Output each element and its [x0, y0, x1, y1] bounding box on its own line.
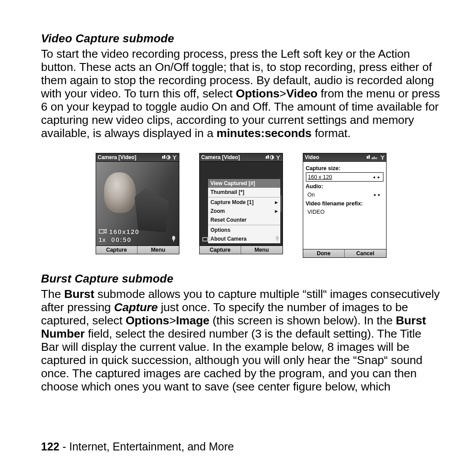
svg-text:abc: abc — [372, 156, 378, 160]
svg-rect-17 — [382, 157, 383, 160]
svg-rect-0 — [162, 156, 164, 159]
label-prefix: Video filename prefix: — [306, 201, 383, 207]
para-burst-capture: The Burst submode allows you to capture … — [41, 287, 441, 393]
menu-options[interactable]: Options — [208, 226, 280, 234]
spinner-arrows-icon: ◂ ▸ — [373, 192, 382, 197]
fig-video-settings: Video abc Capture size: 160 x 120 ◂ ▸ Au… — [303, 153, 387, 258]
title-bar: Camera [Video] — [98, 154, 137, 160]
svg-rect-8 — [268, 155, 269, 159]
title-bar: Video — [305, 154, 319, 160]
fig-video-menu: Camera [Video] View Captured [#] Thumbna… — [199, 153, 283, 258]
popup-menu: View Captured [#] Thumbnail [*] Capture … — [208, 178, 281, 244]
label-capture-size: Capture size: — [306, 165, 383, 171]
fig-video-viewfinder: Camera [Video] — [96, 153, 179, 258]
svg-rect-14 — [367, 156, 368, 159]
softkey-menu[interactable]: Menu — [138, 246, 179, 254]
svg-point-5 — [172, 236, 175, 240]
page-number: 122 — [41, 440, 60, 453]
para-video-capture: To start the video recording process, pr… — [41, 47, 441, 140]
menu-view-captured[interactable]: View Captured [#] — [208, 179, 280, 188]
svg-rect-10 — [278, 157, 279, 160]
footer-section: - Internet, Entertainment, and More — [60, 440, 234, 453]
svg-rect-6 — [173, 240, 174, 242]
menu-zoom[interactable]: Zoom ▸ — [208, 207, 280, 216]
camera-mode-icon — [202, 236, 210, 243]
resolution-osd: 160x120 — [109, 228, 176, 235]
figures-row: Camera [Video] — [41, 153, 441, 258]
label-audio: Audio: — [306, 183, 383, 190]
field-audio[interactable]: On ◂ ▸ — [306, 190, 383, 199]
heading-burst-capture: Burst Capture submode — [41, 272, 441, 286]
menu-capture-mode[interactable]: Capture Mode [1] ▸ — [208, 198, 280, 207]
status-icons — [162, 154, 177, 160]
status-icons: abc — [367, 154, 384, 160]
softkey-capture[interactable]: Capture — [96, 246, 138, 254]
svg-rect-3 — [174, 157, 175, 160]
heading-video-capture: Video Capture submode — [41, 32, 441, 45]
field-capture-size[interactable]: 160 x 120 ◂ ▸ — [306, 172, 383, 182]
menu-thumbnail[interactable]: Thumbnail [*] — [208, 188, 280, 197]
audio-on-icon — [171, 236, 176, 243]
svg-rect-15 — [368, 155, 370, 159]
field-prefix[interactable]: VIDEO — [306, 208, 383, 216]
submenu-arrow-icon: ▸ — [275, 199, 278, 205]
submenu-arrow-icon: ▸ — [275, 208, 278, 214]
svg-rect-4 — [99, 230, 104, 233]
svg-point-12 — [275, 236, 279, 240]
audio-on-icon — [275, 236, 280, 243]
softkey-done[interactable]: Done — [303, 249, 345, 257]
title-bar: Camera [Video] — [201, 154, 240, 160]
camera-mode-icon — [99, 228, 107, 235]
svg-rect-13 — [277, 240, 278, 242]
svg-rect-11 — [203, 238, 208, 241]
softkey-cancel[interactable]: Cancel — [345, 249, 386, 257]
status-icons — [266, 154, 281, 160]
svg-rect-1 — [164, 155, 165, 159]
softkey-capture[interactable]: Capture — [200, 246, 242, 254]
spinner-arrows-icon: ◂ ▸ — [373, 175, 381, 179]
svg-rect-7 — [266, 156, 267, 159]
softkey-menu[interactable]: Menu — [241, 246, 283, 254]
menu-reset-counter[interactable]: Reset Counter — [208, 216, 280, 224]
page-footer: 122 - Internet, Entertainment, and More — [41, 440, 234, 453]
